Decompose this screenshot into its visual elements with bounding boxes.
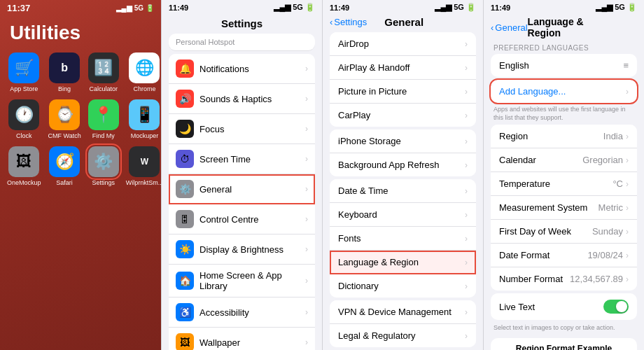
signal-type-lang: 5G (615, 3, 625, 11)
list-item[interactable]: 🔢 Calculator (88, 52, 119, 92)
list-item[interactable]: 🛒 App Store (7, 52, 41, 92)
sidebar-item-screentime[interactable]: ⏱ Screen Time › (169, 144, 315, 174)
general-row-pip[interactable]: Picture in Picture › (330, 80, 476, 104)
sidebar-item-homescreen[interactable]: 🏠 Home Screen & App Library › (169, 265, 315, 298)
sidebar-item-accessibility[interactable]: ♿ Accessibility › (169, 298, 315, 328)
sidebar-item-focus[interactable]: 🌙 Focus › (169, 114, 315, 144)
lang-row-english[interactable]: English ≡ (491, 54, 637, 77)
sidebar-item-controlcentre[interactable]: 🎛 Control Centre › (169, 204, 315, 234)
general-row-datetime[interactable]: Date & Time › (330, 179, 476, 203)
general-row-airplay[interactable]: AirPlay & Handoff › (330, 56, 476, 80)
lang-row-livetext[interactable]: Live Text (491, 293, 637, 320)
display-label: Display & Brightness (200, 244, 300, 255)
status-bar-home: 11:37 ▂▄▆ 5G 🔋 (0, 0, 161, 16)
general-nav-header: ‹ Settings General (323, 15, 483, 29)
general-row-background-refresh[interactable]: Background App Refresh › (330, 153, 476, 176)
screentime-icon: ⏱ (176, 150, 194, 168)
general-row-fonts[interactable]: Fonts › (330, 227, 476, 251)
settings-menu-list: 🔔 Notifications › 🔊 Sounds & Haptics › 🌙… (169, 54, 315, 350)
app-icon-bing[interactable]: b (49, 52, 80, 83)
livetext-hint: Select text in images to copy or take ac… (484, 323, 644, 335)
app-label-onemockup: OneMockup (7, 179, 41, 186)
signal-type-home: 5G (134, 4, 144, 12)
app-icon-settings[interactable]: ⚙️ (88, 146, 119, 177)
lang-row-calendar[interactable]: Calendar Gregorian › (491, 148, 637, 172)
app-icon-wilprnkt[interactable]: W (129, 146, 160, 177)
list-item[interactable]: 🌐 Chrome (126, 52, 161, 92)
add-language-chevron-icon: › (626, 87, 629, 97)
homescreen-icon: 🏠 (176, 272, 194, 290)
list-item[interactable]: 🧭 Safari (48, 146, 81, 186)
back-button-lang[interactable]: ‹ General (491, 22, 528, 33)
general-row-airdrop[interactable]: AirDrop › (330, 32, 476, 56)
chevron-icon: › (305, 307, 308, 317)
app-label-settings: Settings (92, 179, 115, 186)
general-row-language-region[interactable]: Language & Region › (330, 251, 476, 274)
time-home: 11:37 (7, 3, 30, 13)
general-panel: 11:49 ▂▄▆ 5G 🔋 ‹ Settings General AirDro… (322, 0, 483, 350)
app-icon-calculator[interactable]: 🔢 (88, 52, 119, 83)
lang-row-measurement[interactable]: Measurement System Metric › (491, 196, 637, 220)
app-icon-clock[interactable]: 🕐 (8, 99, 39, 130)
list-item[interactable]: W WilprnktSm... (126, 146, 161, 186)
lang-row-temperature[interactable]: Temperature °C › (491, 172, 637, 196)
sidebar-item-wallpaper[interactable]: 🖼 Wallpaper › (169, 328, 315, 350)
lang-row-dateformat[interactable]: Date Format 19/08/24 › (491, 244, 637, 267)
app-label-clock: Clock (16, 132, 32, 139)
lang-row-numberformat[interactable]: Number Format 12,34,567.89 › (491, 267, 637, 290)
list-item[interactable]: 🕐 Clock (7, 99, 41, 139)
lang-row-region[interactable]: Region India › (491, 125, 637, 148)
app-icon-safari[interactable]: 🧭 (49, 146, 80, 177)
settings-list-panel: 11:49 ▂▄▆ 5G 🔋 Settings Personal Hotspot… (161, 0, 322, 350)
signal-settings: ▂▄▆ (274, 3, 290, 11)
controlcentre-icon: 🎛 (176, 210, 194, 228)
general-row-dictionary[interactable]: Dictionary › (330, 274, 476, 298)
list-item[interactable]: ⚙️ Settings (88, 146, 119, 186)
region-settings-list: Region India › Calendar Gregorian › Temp… (491, 125, 637, 290)
status-bar-lang: 11:49 ▂▄▆ 5G 🔋 (484, 0, 644, 15)
home-page-title: Utilities (0, 16, 161, 52)
app-icon-onemockup[interactable]: 🖼 (8, 146, 39, 177)
list-item[interactable]: 📱 Mockuper (126, 99, 161, 139)
general-row-legal[interactable]: Legal & Regulatory › (330, 324, 476, 347)
status-icons-general: ▂▄▆ 5G 🔋 (435, 3, 476, 12)
add-language-button[interactable]: Add Language... › (491, 80, 637, 103)
general-row-keyboard[interactable]: Keyboard › (330, 203, 476, 227)
signal-bars-home: ▂▄▆ (116, 4, 132, 12)
list-item[interactable]: 📍 Find My (88, 99, 119, 139)
chevron-icon: › (305, 214, 308, 224)
livetext-toggle[interactable] (603, 300, 629, 314)
general-group1: AirDrop › AirPlay & Handoff › Picture in… (330, 32, 476, 127)
general-row-iphone-storage[interactable]: iPhone Storage › (330, 130, 476, 153)
app-icon-mockuper[interactable]: 📱 (129, 99, 160, 130)
app-label-wilprnkt: WilprnktSm... (126, 179, 161, 186)
app-icon-cmfwatch[interactable]: ⌚ (49, 99, 80, 130)
homescreen-label: Home Screen & App Library (200, 270, 300, 291)
back-button-general[interactable]: ‹ Settings (330, 17, 367, 27)
app-label-cmfwatch: CMF Watch (48, 132, 81, 139)
app-icon-appstore[interactable]: 🛒 (8, 52, 39, 83)
app-icon-findmy[interactable]: 📍 (88, 99, 119, 130)
list-item[interactable]: 🖼 OneMockup (7, 146, 41, 186)
list-item[interactable]: b Bing (48, 52, 81, 92)
add-language-label: Add Language... (499, 86, 626, 97)
preferred-lang-section-title: PREFERRED LANGUAGES (484, 40, 644, 54)
app-icon-chrome[interactable]: 🌐 (129, 52, 160, 83)
lang-row-firstday[interactable]: First Day of Week Sunday › (491, 220, 637, 244)
accessibility-icon: ♿ (176, 303, 194, 321)
battery-settings: 🔋 (305, 3, 315, 11)
sidebar-item-notifications[interactable]: 🔔 Notifications › (169, 54, 315, 84)
chevron-icon: › (305, 124, 308, 134)
back-label-general: Settings (334, 17, 367, 27)
sidebar-item-sounds[interactable]: 🔊 Sounds & Haptics › (169, 84, 315, 114)
general-row-vpn[interactable]: VPN & Device Management › (330, 300, 476, 324)
controlcentre-label: Control Centre (200, 214, 300, 225)
app-label-mockuper: Mockuper (131, 132, 159, 139)
list-item[interactable]: ⌚ CMF Watch (48, 99, 81, 139)
general-row-carplay[interactable]: CarPlay › (330, 104, 476, 127)
sidebar-item-general[interactable]: ⚙️ General › (169, 174, 315, 204)
app-label-calculator: Calculator (89, 85, 118, 92)
sidebar-item-display[interactable]: ☀️ Display & Brightness › (169, 234, 315, 265)
signal-type-general: 5G (454, 3, 464, 11)
app-label-bing: Bing (58, 85, 71, 92)
